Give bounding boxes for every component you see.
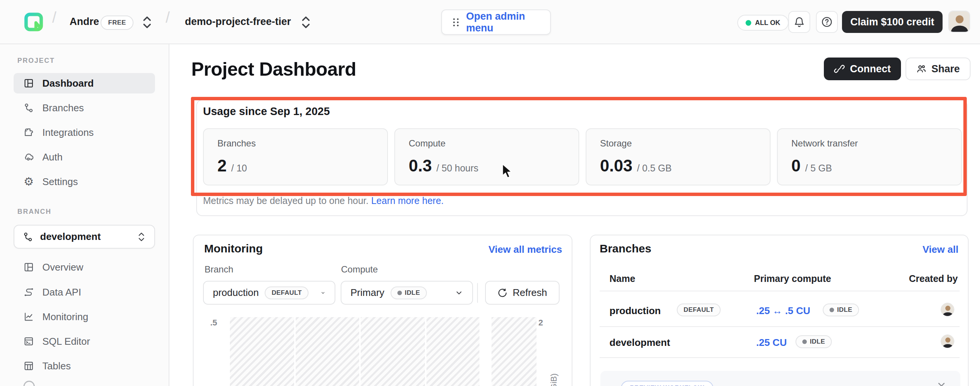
view-all-branches-link[interactable]: View all bbox=[923, 244, 958, 255]
connect-icon bbox=[834, 64, 845, 74]
sidebar-item-label: Auth bbox=[42, 152, 63, 163]
neon-logo-icon[interactable] bbox=[24, 13, 43, 32]
close-icon[interactable] bbox=[936, 381, 947, 386]
refresh-button[interactable]: Refresh bbox=[485, 281, 560, 305]
refresh-icon bbox=[498, 288, 508, 298]
created-by-avatar bbox=[941, 335, 954, 348]
chart-gridline bbox=[294, 317, 296, 386]
idle-badge: IDLE bbox=[795, 335, 832, 348]
dashboard-icon bbox=[23, 77, 35, 89]
table-divider bbox=[600, 326, 959, 327]
idle-dot-icon bbox=[398, 290, 402, 295]
branch-compute-size: .25 CU bbox=[756, 337, 787, 349]
open-admin-menu-button[interactable]: Open admin menu bbox=[441, 10, 551, 35]
table-divider bbox=[600, 290, 959, 291]
branch-dropdown-value: production bbox=[213, 287, 259, 298]
connect-button-label: Connect bbox=[850, 63, 891, 75]
monitoring-title: Monitoring bbox=[204, 242, 263, 255]
usage-card-compute[interactable]: Compute 0.3 / 50 hours bbox=[395, 128, 579, 185]
sidebar-item-dashboard[interactable]: Dashboard bbox=[14, 73, 155, 94]
help-icon bbox=[821, 16, 832, 28]
usage-card-quota: / 0.5 GB bbox=[637, 163, 672, 174]
branches-icon bbox=[23, 102, 35, 114]
usage-card-network[interactable]: Network transfer 0 / 5 GB bbox=[777, 128, 962, 185]
col-header-name: Name bbox=[609, 273, 635, 284]
idle-dot-icon bbox=[802, 340, 807, 344]
sql-editor-icon bbox=[23, 335, 35, 348]
sidebar-item-auth[interactable]: Auth bbox=[14, 147, 155, 167]
sidebar: PROJECT Dashboard Branches Integrations … bbox=[0, 44, 169, 386]
view-all-metrics-link[interactable]: View all metrics bbox=[488, 244, 562, 255]
branch-selector[interactable]: development bbox=[14, 225, 155, 249]
compute-dropdown[interactable]: Primary IDLE bbox=[340, 281, 473, 305]
sidebar-item-monitoring[interactable]: Monitoring bbox=[14, 306, 155, 327]
sidebar-item-sql-editor[interactable]: SQL Editor bbox=[14, 331, 155, 352]
chevrons-up-down-icon bbox=[137, 231, 146, 242]
help-button[interactable] bbox=[816, 11, 838, 33]
chart-axis-label: (GiB) bbox=[549, 373, 559, 386]
preview-workflow-banner: PREVIEW WORKFLOW bbox=[600, 371, 960, 386]
chart-right-tick: 2 bbox=[538, 318, 543, 328]
branch-name: development bbox=[609, 337, 670, 349]
table-divider bbox=[600, 357, 959, 358]
sidebar-item-data-api[interactable]: Data API bbox=[14, 282, 155, 302]
sidebar-item-label: Tables bbox=[42, 360, 71, 372]
project-chevrons-up-down-icon[interactable] bbox=[299, 15, 312, 30]
status-pill[interactable]: ALL OK bbox=[737, 15, 789, 31]
usage-card-value: 0 bbox=[791, 156, 800, 175]
bell-icon bbox=[794, 16, 805, 28]
settings-gear-icon: ⚙ bbox=[23, 175, 35, 188]
integrations-icon bbox=[23, 126, 35, 139]
usage-card-label: Network transfer bbox=[791, 138, 948, 149]
preview-workflow-badge: PREVIEW WORKFLOW bbox=[621, 381, 713, 386]
chart-left-tick: .5 bbox=[210, 318, 217, 328]
sidebar-item-label: Data API bbox=[42, 287, 81, 298]
breadcrumb-project[interactable]: demo-project-free-tier bbox=[185, 16, 291, 28]
usage-title: Usage since Sep 1, 2025 bbox=[203, 105, 330, 118]
sidebar-item-settings[interactable]: ⚙ Settings bbox=[14, 171, 155, 192]
sidebar-section-project: PROJECT bbox=[18, 57, 55, 65]
org-chevrons-up-down-icon[interactable] bbox=[141, 15, 153, 30]
compute-dropdown-value: Primary bbox=[350, 287, 385, 298]
metrics-delay-text: Metrics may be delayed up to one hour. bbox=[203, 195, 369, 206]
default-badge: DEFAULT bbox=[265, 287, 309, 299]
branch-dropdown[interactable]: production DEFAULT bbox=[203, 281, 336, 305]
page-title: Project Dashboard bbox=[191, 58, 356, 80]
user-avatar[interactable] bbox=[948, 11, 970, 32]
share-button[interactable]: Share bbox=[905, 57, 970, 80]
connect-button[interactable]: Connect bbox=[824, 57, 901, 80]
sidebar-item-overview[interactable]: Overview bbox=[14, 257, 155, 278]
data-api-icon bbox=[23, 286, 35, 298]
share-people-icon bbox=[916, 64, 927, 74]
sidebar-item-integrations[interactable]: Integrations bbox=[14, 122, 155, 143]
sidebar-item-label: SQL Editor bbox=[42, 336, 90, 348]
claim-credit-button[interactable]: Claim $100 credit bbox=[842, 11, 943, 33]
chart-gridline bbox=[359, 317, 361, 386]
neon-console: / Andre FREE / demo-project-free-tier Op… bbox=[0, 0, 980, 386]
usage-card-storage[interactable]: Storage 0.03 / 0.5 GB bbox=[585, 128, 770, 185]
sidebar-item-label: Overview bbox=[42, 262, 83, 273]
toolbar-divider bbox=[477, 283, 478, 303]
sidebar-item-tables[interactable]: Tables bbox=[14, 356, 155, 376]
metrics-delay-note: Metrics may be delayed up to one hour. L… bbox=[203, 195, 444, 206]
auth-icon bbox=[23, 151, 35, 163]
usage-card-value: 2 bbox=[217, 156, 226, 175]
sidebar-item-label: Monitoring bbox=[42, 311, 88, 323]
branch-selector-value: development bbox=[40, 231, 130, 242]
idle-badge-label: IDLE bbox=[810, 338, 825, 346]
breadcrumb-org[interactable]: Andre bbox=[70, 16, 99, 28]
usage-card-branches[interactable]: Branches 2 / 10 bbox=[203, 128, 388, 185]
share-button-label: Share bbox=[931, 63, 959, 75]
idle-dot-icon bbox=[829, 308, 834, 312]
col-header-created-by: Created by bbox=[909, 273, 958, 284]
overview-icon bbox=[23, 261, 35, 273]
breadcrumb-slash: / bbox=[165, 9, 170, 26]
sidebar-item-branches[interactable]: Branches bbox=[14, 97, 155, 118]
created-by-avatar bbox=[941, 303, 954, 316]
open-admin-menu-label: Open admin menu bbox=[466, 11, 540, 34]
chart-gap-band bbox=[479, 317, 492, 386]
learn-more-link[interactable]: Learn more here. bbox=[371, 195, 444, 206]
sidebar-item-label: Branches bbox=[42, 102, 84, 114]
notifications-button[interactable] bbox=[788, 11, 810, 33]
compute-field-label: Compute bbox=[341, 264, 378, 275]
